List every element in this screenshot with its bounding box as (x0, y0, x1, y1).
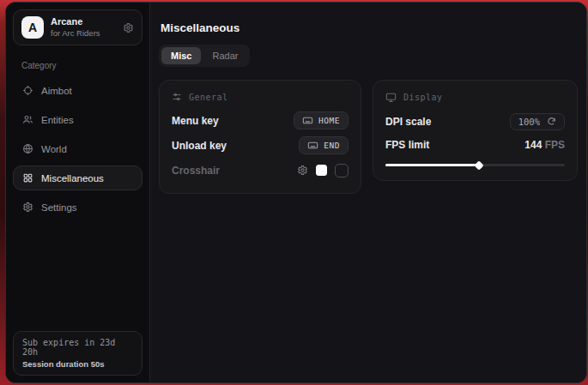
sidebar-item-aimbot[interactable]: Aimbot (13, 78, 142, 103)
tab-radar[interactable]: Radar (203, 47, 247, 64)
unload-key-value: END (324, 141, 340, 150)
dpi-scale-select[interactable]: 100% (510, 113, 565, 130)
crosshair-controls (297, 164, 349, 177)
menu-key-bind-button[interactable]: HOME (294, 111, 349, 129)
session-duration-text: Session duration 50s (22, 359, 133, 369)
general-card: General Menu key HOME Unload key (159, 80, 361, 194)
sidebar-item-world[interactable]: World (13, 136, 142, 161)
app-title: Arcane (51, 16, 100, 28)
gear-icon (22, 202, 33, 213)
sidebar-item-settings[interactable]: Settings (13, 195, 142, 220)
crosshair-row: Crosshair (172, 158, 349, 183)
grid-icon (22, 172, 33, 183)
sub-expires-text: Sub expires in 23d 20h (22, 338, 133, 357)
keyboard-icon (302, 115, 313, 126)
menu-key-label: Menu key (172, 115, 219, 127)
crosshair-color-swatch[interactable] (316, 165, 327, 176)
display-card-header: Display (385, 92, 565, 103)
keyboard-icon (307, 140, 318, 151)
menu-key-row: Menu key HOME (172, 108, 349, 133)
tab-bar: Misc Radar (159, 45, 250, 67)
sidebar-spacer (6, 220, 149, 324)
globe-icon (22, 143, 33, 154)
fps-limit-row: FPS limit 144 FPS (385, 134, 565, 156)
sidebar-item-entities[interactable]: Entities (13, 107, 142, 132)
unload-key-bind-button[interactable]: END (299, 136, 349, 154)
entities-icon (22, 114, 33, 125)
dpi-scale-value: 100% (518, 117, 540, 127)
dpi-scale-label: DPI scale (385, 116, 431, 128)
sidebar-item-miscellaneous[interactable]: Miscellaneous (13, 165, 142, 190)
desktop-background: A Arcane for Arc Riders Category Aimbot (0, 0, 588, 385)
subscription-card: Sub expires in 23d 20h Session duration … (13, 331, 142, 376)
sidebar-item-label: Aimbot (41, 86, 72, 96)
reset-icon[interactable] (547, 117, 556, 126)
display-card-title: Display (403, 93, 443, 102)
app-window: A Arcane for Arc Riders Category Aimbot (5, 2, 587, 383)
app-logo: A (21, 16, 44, 39)
sidebar: A Arcane for Arc Riders Category Aimbot (6, 3, 150, 382)
fps-number: 144 (524, 139, 542, 151)
cards-row: General Menu key HOME Unload key (159, 80, 578, 194)
dpi-scale-row: DPI scale 100% (385, 109, 565, 134)
fps-limit-label: FPS limit (385, 139, 429, 151)
profile-meta: Arcane for Arc Riders (51, 16, 100, 39)
general-card-header: General (172, 92, 349, 102)
crosshair-checkbox[interactable] (335, 164, 349, 177)
profile-gear-icon[interactable] (123, 22, 134, 33)
fps-limit-value: 144 FPS (524, 139, 565, 151)
sidebar-item-label: Entities (41, 115, 74, 125)
crosshair-settings-gear-icon[interactable] (297, 165, 308, 176)
profile-card[interactable]: A Arcane for Arc Riders (13, 9, 142, 45)
main-panel: Miscellaneous Misc Radar General Menu ke… (150, 3, 587, 382)
sidebar-nav: Aimbot Entities World (6, 74, 149, 220)
display-card: Display DPI scale 100% FPS limit (373, 80, 578, 181)
unload-key-row: Unload key END (172, 133, 349, 158)
menu-key-value: HOME (318, 116, 340, 125)
unload-key-label: Unload key (172, 140, 227, 152)
crosshair-label: Crosshair (172, 165, 220, 177)
sidebar-item-label: Settings (41, 202, 77, 213)
general-card-title: General (189, 93, 228, 102)
fps-slider-fill (385, 164, 479, 166)
category-label: Category (21, 61, 149, 70)
page-title: Miscellaneous (161, 21, 578, 34)
app-subtitle: for Arc Riders (51, 28, 100, 39)
tab-misc[interactable]: Misc (161, 47, 201, 64)
sliders-icon (172, 92, 182, 102)
sidebar-item-label: Miscellaneous (41, 173, 104, 183)
fps-slider-thumb[interactable] (474, 160, 483, 170)
sidebar-item-label: World (41, 144, 67, 154)
monitor-icon (385, 92, 397, 103)
crosshair-icon (22, 85, 33, 96)
fps-unit: FPS (545, 139, 565, 151)
fps-limit-slider[interactable] (385, 159, 565, 170)
